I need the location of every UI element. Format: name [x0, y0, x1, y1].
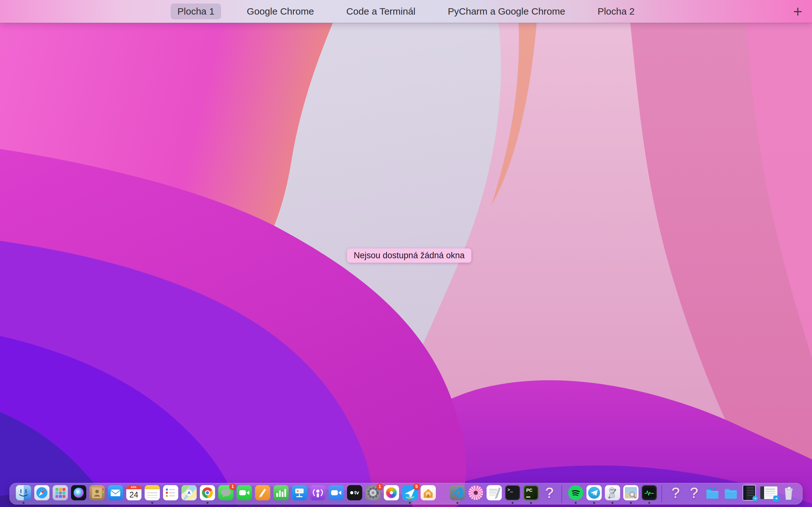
dock-item-minimized-telegram-window[interactable]: [742, 485, 757, 500]
trash-full-icon: [781, 485, 796, 500]
dock-item-calendar[interactable]: BŘE 24: [126, 485, 142, 500]
pycharm-icon: PC: [523, 485, 539, 500]
dock-item-safari[interactable]: [34, 485, 49, 500]
dock-item-preview[interactable]: [623, 485, 639, 500]
dock-item-home[interactable]: [420, 485, 436, 500]
running-indicator: [456, 502, 458, 504]
dock-item-system-preferences[interactable]: 1: [365, 485, 380, 500]
dock-item-messages[interactable]: 1: [218, 485, 234, 500]
keynote-icon: [292, 485, 307, 500]
contacts-icon: [90, 485, 105, 500]
space-tab-google-chrome[interactable]: Google Chrome: [240, 3, 321, 19]
dock-item-contacts[interactable]: [90, 485, 105, 500]
mission-control-screen: { "spaces_bar": { "add_label": "+", "spa…: [0, 0, 812, 507]
flower-app-icon: [468, 485, 484, 500]
no-windows-tooltip: Nejsou dostupná žádná okna: [347, 248, 471, 263]
dock-item-folder[interactable]: [723, 485, 739, 500]
pycharm-logo-text: PC: [526, 488, 532, 493]
dock-item-flower-app[interactable]: [468, 485, 484, 500]
finder-icon: [16, 485, 31, 500]
vscode-icon: [450, 485, 465, 500]
notification-badge: 1: [229, 483, 236, 490]
calendar-icon: BŘE 24: [126, 485, 142, 500]
dock-item-trash[interactable]: [781, 485, 796, 500]
reminders-icon: [163, 485, 178, 500]
unknown-app-icon: ?: [542, 485, 557, 500]
dock-item-keynote[interactable]: [292, 485, 307, 500]
dock-spacer: [438, 485, 448, 500]
dock-item-finder[interactable]: [16, 485, 31, 500]
running-indicator: [151, 502, 153, 504]
dock-item-launchpad[interactable]: [53, 485, 68, 500]
space-tab-plocha-2[interactable]: Plocha 2: [591, 3, 641, 19]
dock-item-photos[interactable]: [384, 485, 399, 500]
space-tab-code-a-terminal[interactable]: Code a Terminál: [340, 3, 422, 19]
dock-item-pycharm[interactable]: PC: [523, 485, 539, 500]
dock: BŘE 24 1: [9, 483, 803, 504]
dock-item-zoom[interactable]: [328, 485, 344, 500]
calendar-day-label: 24: [126, 489, 142, 500]
textedit-icon: [487, 485, 502, 500]
notification-badge: 5: [413, 483, 420, 490]
dock-divider: [561, 485, 562, 503]
siri-icon: [71, 485, 86, 500]
space-tab-plocha-1[interactable]: Plocha 1: [171, 3, 221, 19]
folder-icon: [723, 485, 739, 500]
unknown-app-icon: ?: [687, 485, 702, 500]
dock-item-chrome[interactable]: [200, 485, 215, 500]
chrome-icon: [200, 485, 215, 500]
terminal-icon: >_: [505, 485, 520, 500]
dock-item-activity-monitor[interactable]: [642, 485, 657, 500]
dock-item-numbers[interactable]: [273, 485, 289, 500]
terminal-prompt-glyph: >_: [507, 487, 513, 492]
dock-item-spark[interactable]: 5: [402, 485, 417, 500]
apple-tv-icon: tv: [347, 485, 362, 500]
dock-item-reminders[interactable]: [163, 485, 178, 500]
question-mark-glyph: ?: [671, 484, 680, 501]
numbers-icon: [273, 485, 289, 500]
spaces-bar: Plocha 1 Google Chrome Code a Terminál P…: [0, 0, 812, 23]
space-tab-pycharm-a-google-chrome[interactable]: PyCharm a Google Chrome: [441, 3, 572, 19]
dock-item-spotify[interactable]: [568, 485, 583, 500]
spark-icon: [773, 496, 779, 501]
dock-item-siri[interactable]: [71, 485, 86, 500]
dock-item-podcasts[interactable]: [310, 485, 325, 500]
dock-item-unknown-app-2[interactable]: ?: [668, 485, 683, 500]
dock-item-textedit[interactable]: [487, 485, 502, 500]
dock-item-apple-tv[interactable]: tv: [347, 485, 362, 500]
running-indicator: [612, 502, 613, 504]
running-indicator: [409, 502, 411, 504]
dock-item-telegram[interactable]: [587, 485, 602, 500]
automator-icon: [605, 485, 620, 500]
telegram-icon: [587, 485, 602, 500]
running-indicator: [530, 502, 532, 504]
dock-item-mail[interactable]: [108, 485, 123, 500]
dock-item-terminal[interactable]: >_: [505, 485, 520, 500]
dock-item-folder-documents[interactable]: [705, 485, 720, 500]
dock-item-unknown-app-1[interactable]: ?: [542, 485, 557, 500]
dock-item-vscode[interactable]: [450, 485, 465, 500]
dock-item-unknown-app-3[interactable]: ?: [687, 485, 702, 500]
running-indicator: [22, 502, 24, 504]
dock-item-minimized-spark-window[interactable]: [760, 485, 778, 500]
folder-icon: [705, 485, 720, 500]
running-indicator: [206, 502, 208, 504]
question-mark-glyph: ?: [690, 484, 698, 501]
safari-icon: [34, 485, 49, 500]
notification-badge: 1: [376, 483, 383, 490]
dock-item-notes[interactable]: [145, 485, 160, 500]
facetime-icon: [237, 485, 252, 500]
running-indicator: [648, 502, 650, 504]
dock-item-automator[interactable]: [605, 485, 620, 500]
running-indicator: [575, 502, 577, 504]
dock-item-facetime[interactable]: [237, 485, 252, 500]
notes-icon: [145, 485, 160, 500]
podcasts-icon: [310, 485, 325, 500]
dock-item-maps[interactable]: [182, 485, 197, 500]
running-indicator: [630, 502, 632, 504]
dock-item-pages[interactable]: [255, 485, 270, 500]
home-icon: [420, 485, 436, 500]
pages-icon: [255, 485, 270, 500]
activity-monitor-icon: [642, 485, 657, 500]
add-desktop-button[interactable]: +: [790, 3, 806, 19]
